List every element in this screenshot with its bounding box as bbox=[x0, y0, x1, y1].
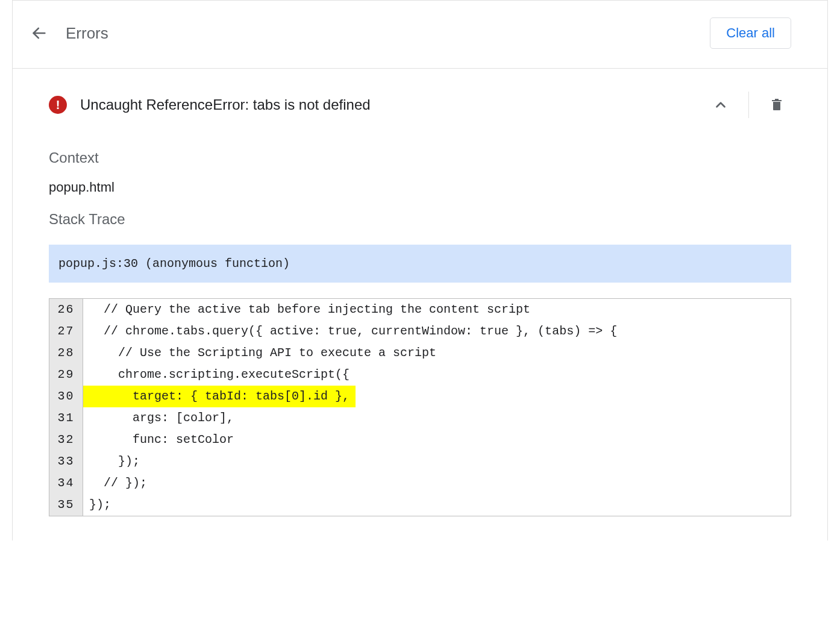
code-line: 29 chrome.scripting.executeScript({ bbox=[49, 364, 791, 386]
svg-rect-1 bbox=[772, 100, 782, 101]
line-number: 30 bbox=[49, 386, 83, 407]
code-line: 30 target: { tabId: tabs[0].id }, bbox=[49, 386, 791, 407]
code-line: 27 // chrome.tabs.query({ active: true, … bbox=[49, 321, 791, 342]
line-code: target: { tabId: tabs[0].id }, bbox=[83, 386, 356, 407]
line-code: // Use the Scripting API to execute a sc… bbox=[83, 342, 791, 364]
error-actions bbox=[706, 90, 791, 119]
svg-rect-2 bbox=[775, 99, 779, 100]
code-block: 26 // Query the active tab before inject… bbox=[49, 298, 791, 516]
error-icon: ! bbox=[49, 96, 67, 114]
line-number: 29 bbox=[49, 364, 83, 386]
clear-all-button[interactable]: Clear all bbox=[710, 17, 791, 49]
line-number: 28 bbox=[49, 342, 83, 364]
divider bbox=[13, 68, 827, 69]
delete-button[interactable] bbox=[762, 90, 791, 119]
line-code: }); bbox=[83, 451, 791, 472]
line-code: args: [color], bbox=[83, 407, 791, 429]
line-code: // chrome.tabs.query({ active: true, cur… bbox=[83, 321, 791, 342]
code-line: 31 args: [color], bbox=[49, 407, 791, 429]
code-line: 32 func: setColor bbox=[49, 429, 791, 451]
separator bbox=[748, 92, 749, 118]
line-number: 27 bbox=[49, 321, 83, 342]
line-number: 31 bbox=[49, 407, 83, 429]
collapse-button[interactable] bbox=[706, 90, 735, 119]
error-message: Uncaught ReferenceError: tabs is not def… bbox=[80, 96, 706, 113]
line-number: 34 bbox=[49, 472, 83, 494]
line-number: 35 bbox=[49, 494, 83, 516]
line-code: // }); bbox=[83, 472, 791, 494]
stack-frame[interactable]: popup.js:30 (anonymous function) bbox=[49, 245, 791, 283]
error-badge-symbol: ! bbox=[56, 98, 60, 112]
context-value: popup.html bbox=[49, 180, 791, 195]
line-number: 33 bbox=[49, 451, 83, 472]
stack-trace-label: Stack Trace bbox=[49, 211, 791, 228]
line-code: func: setColor bbox=[83, 429, 791, 451]
code-line: 26 // Query the active tab before inject… bbox=[49, 299, 791, 321]
header-bar: Errors Clear all bbox=[49, 1, 791, 68]
context-label: Context bbox=[49, 149, 791, 166]
code-line: 28 // Use the Scripting API to execute a… bbox=[49, 342, 791, 364]
arrow-left-icon bbox=[31, 25, 48, 42]
line-code: }); bbox=[83, 494, 791, 516]
line-code: chrome.scripting.executeScript({ bbox=[83, 364, 791, 386]
errors-panel: Errors Clear all ! Uncaught ReferenceErr… bbox=[12, 0, 828, 540]
trash-icon bbox=[769, 98, 784, 112]
line-number: 32 bbox=[49, 429, 83, 451]
code-line: 33 }); bbox=[49, 451, 791, 472]
line-number: 26 bbox=[49, 299, 83, 321]
code-line: 34 // }); bbox=[49, 472, 791, 494]
line-code: // Query the active tab before injecting… bbox=[83, 299, 791, 321]
chevron-up-icon bbox=[713, 97, 729, 113]
error-row: ! Uncaught ReferenceError: tabs is not d… bbox=[49, 76, 791, 134]
code-line: 35}); bbox=[49, 494, 791, 516]
page-title: Errors bbox=[66, 24, 108, 43]
back-button[interactable] bbox=[27, 21, 51, 45]
